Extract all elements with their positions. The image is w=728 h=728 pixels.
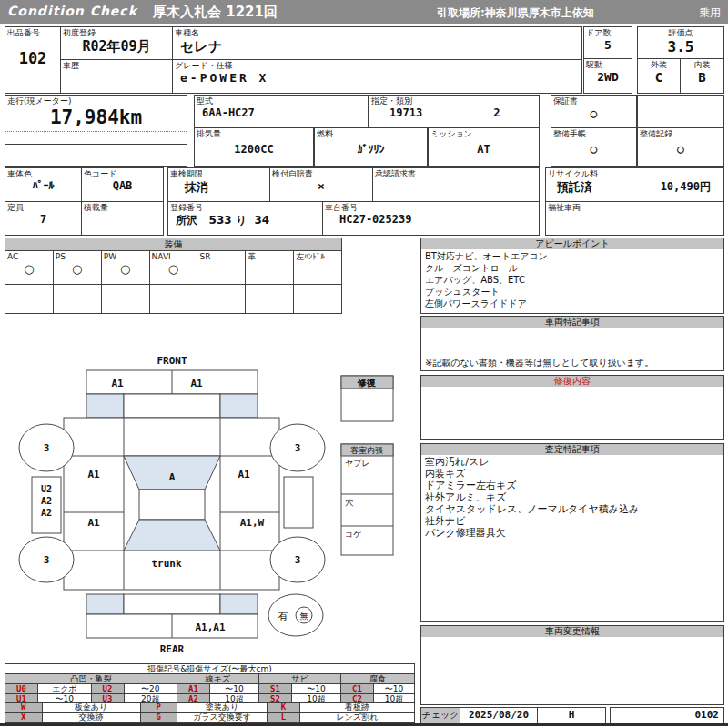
damage-wheel-rear-right: 3 <box>295 554 301 566</box>
appeal-line: BT対応ナビ、オートエアコン <box>425 250 720 262</box>
appeal-line: 左側パワースライドドア <box>425 298 720 309</box>
interior-grade-value: B <box>681 70 723 85</box>
check-label: チェック <box>420 707 460 723</box>
warranty-cell: 保証書 ○ <box>551 95 637 128</box>
damage-windshield: A <box>169 471 176 483</box>
chassis-number-label: 車台番号 <box>323 202 539 213</box>
lot-number-label: 出品番号 <box>5 27 60 38</box>
insurance-mark: × <box>270 179 372 193</box>
legend-group-rust: サビ <box>259 674 341 684</box>
equipment-label: PS <box>54 251 101 262</box>
legend-value: 交換跡 <box>42 713 140 723</box>
legend-group-dents: 凸凹・亀裂 <box>5 674 177 684</box>
registration-number-cell: 登録番号 所沢 533 り 34 <box>167 201 323 236</box>
damage-rear-left-door: A1 <box>87 517 100 529</box>
grade-label: グレード・仕様 <box>173 60 581 71</box>
warranty-mark: ○ <box>551 106 636 120</box>
interior-grade-cell: 内装 B <box>680 58 724 94</box>
chassis-number-cell: 車台番号 HC27-025239 <box>322 201 540 236</box>
model-code-cell: 型式 6AA-HC27 <box>194 95 369 128</box>
fuel-value: ｶﾞｿﾘﾝ <box>315 143 427 156</box>
legend-code: G <box>140 713 177 723</box>
recycle-fee-value: 10,490円 <box>661 179 711 196</box>
damage-left-sill-3: A2 <box>41 508 52 518</box>
load-capacity-cell: 積載量 <box>81 201 164 236</box>
type-number-value: 19713 <box>369 106 422 119</box>
assessment-line: 室内汚れ/スレ <box>425 456 720 468</box>
repair-content-header: 修復内容 <box>420 375 724 388</box>
assessment-line: タイヤスタッドレス、ノーマルタイヤ積み込み <box>425 503 720 515</box>
exterior-grade-cell: 外装 C <box>637 58 681 94</box>
cabin-row-hole: 穴 <box>345 498 354 507</box>
roof-shape <box>139 490 205 520</box>
equipment-col-leather: 革 <box>246 251 294 314</box>
equipment-col-ac: AC○ <box>5 251 54 314</box>
cabin-lining-title: 客室内張 <box>350 446 383 455</box>
transmission-label: ミッション <box>429 128 539 139</box>
fuel-cell: 燃料 ｶﾞｿﾘﾝ <box>314 127 428 167</box>
maintenance-record-mark: ○ <box>638 142 723 156</box>
auction-sheet: Condition Check 厚木入札会 1221回 引取場所:神奈川県厚木市… <box>0 0 728 728</box>
equipment-mark: ○ <box>5 262 53 276</box>
exterior-grade-label: 外装 <box>638 59 680 70</box>
damage-rear-right-door: A1,W <box>240 517 265 529</box>
mileage-value: 17,984km <box>5 106 187 132</box>
legend-value: 看板跡 <box>300 703 415 713</box>
model-code-label: 型式 <box>195 96 368 106</box>
approval-request-cell: 承認請求書 <box>372 167 540 202</box>
welfare-vehicle-label: 福祉車両 <box>546 202 723 213</box>
front-right-corner-shaded <box>220 394 258 418</box>
capacity-value: 7 <box>5 213 81 226</box>
legend-value: 塗装あり <box>177 703 268 713</box>
doors-value: 5 <box>584 38 632 52</box>
check-number: 0102 <box>610 707 724 723</box>
first-registration-value: R02年09月 <box>61 38 172 56</box>
history-cell: 車歴 <box>60 59 173 94</box>
chassis-number-value: HC27-025239 <box>323 213 539 226</box>
score-value: 3.5 <box>638 38 723 56</box>
pickup-location: 引取場所:神奈川県厚木市上依知 <box>437 5 594 21</box>
damage-front-right-door: A1 <box>238 469 250 480</box>
load-capacity-label: 積載量 <box>82 202 163 213</box>
inspection-expiry-value: 抹消 <box>168 179 269 196</box>
rear-left-corner-shaded <box>86 594 124 614</box>
legend-value: 〜10 <box>210 684 259 694</box>
bottom-rule <box>0 723 728 726</box>
equipment-mark: ○ <box>102 262 149 276</box>
damage-wheel-front-left: 3 <box>44 442 50 454</box>
legend-code: K <box>268 703 300 713</box>
class-number-value: 2 <box>422 106 500 119</box>
damage-rear-bumper: A1,A1 <box>195 622 225 633</box>
mileage-cell: 走行(現メーター) 17,984km <box>5 95 187 167</box>
capacity-label: 定員 <box>5 202 81 213</box>
exterior-grade-value: C <box>638 70 680 85</box>
equipment-label: PW <box>102 251 149 262</box>
assessment-line: 社外アルミ、キズ <box>425 491 720 503</box>
diagram-front-label: FRONT <box>157 355 187 367</box>
legend-value: 〜10 <box>292 684 341 694</box>
repair-content-box <box>420 387 724 440</box>
first-registration-label: 初度登録 <box>61 27 172 38</box>
displacement-value: 1200CC <box>195 143 313 156</box>
equipment-col-pw: PW○ <box>102 251 150 314</box>
assessment-notes-header: 査定特記事項 <box>420 443 724 456</box>
lot-number-value: 102 <box>5 49 60 67</box>
maintenance-record-label: 整備記録 <box>638 128 723 139</box>
model-name-value: セレナ <box>173 38 581 56</box>
body-color-cell: 車体色 ﾊﾟｰﾙ <box>5 167 82 202</box>
legend-code: S1 <box>259 684 292 694</box>
equipment-label: AC <box>5 251 53 262</box>
vehicle-changes-header: 車両変更情報 <box>420 625 724 638</box>
color-code-cell: 色コード QAB <box>81 167 164 202</box>
legend-code: L <box>268 713 300 723</box>
assessment-line: ドアミラー左右キズ <box>425 480 720 491</box>
maintenance-record-cell: 整備記録 ○ <box>637 127 724 167</box>
vehicle-changes-box <box>420 637 724 705</box>
welfare-vehicle-cell: 福祉車両 <box>545 201 724 236</box>
appeal-line: エアバッグ、ABS、ETC <box>425 274 720 286</box>
legend-code: W <box>5 703 43 713</box>
legend-value: エクボ <box>38 684 92 694</box>
cabin-row-burn: コゲ <box>345 530 362 539</box>
legend-value: 〜20 <box>124 684 177 694</box>
legend-code: A1 <box>177 684 210 694</box>
